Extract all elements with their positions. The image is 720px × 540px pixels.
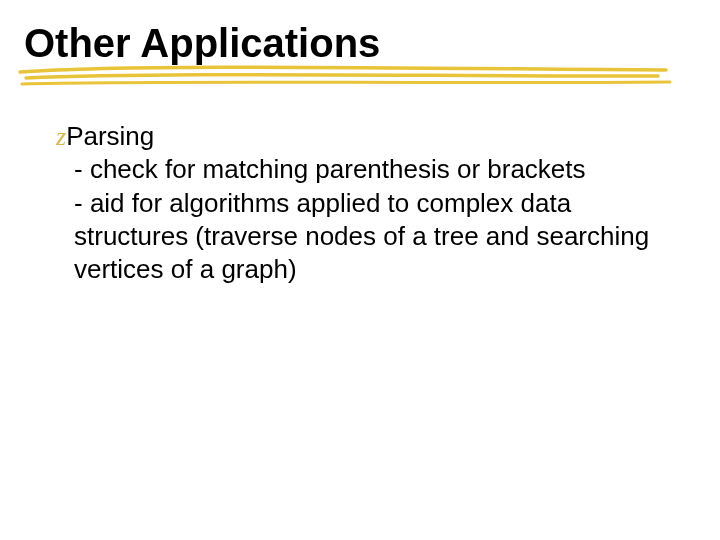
scribble-underline-icon (18, 62, 678, 92)
bullet-glyph-icon: z (56, 122, 66, 151)
bullet-sub-1: - check for matching parenthesis or brac… (74, 153, 656, 186)
slide: Other Applications zParsing - check for … (0, 0, 720, 540)
bullet-head: Parsing (66, 121, 154, 151)
bullet-item: zParsing (56, 120, 656, 153)
bullet-sub-2: - aid for algorithms applied to complex … (74, 187, 656, 287)
title-area: Other Applications (24, 22, 684, 88)
slide-title: Other Applications (24, 22, 684, 64)
title-underline (24, 70, 664, 88)
body-text: zParsing - check for matching parenthesi… (56, 120, 656, 286)
